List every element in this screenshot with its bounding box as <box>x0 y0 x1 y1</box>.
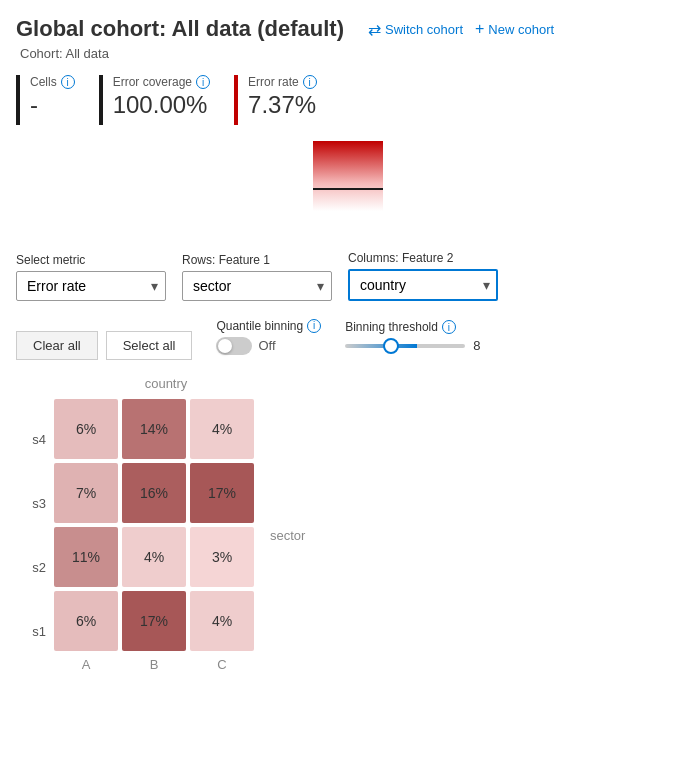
heatmap-row-header: sector <box>270 528 305 543</box>
row-feature-select-wrapper: sector <box>182 271 332 301</box>
row-feature-label: Rows: Feature 1 <box>182 253 332 267</box>
new-cohort-button[interactable]: + New cohort <box>475 20 554 38</box>
heatmap-col-label-bottom: C <box>190 657 254 672</box>
coverage-info-icon[interactable]: i <box>196 75 210 89</box>
binning-value: 8 <box>473 338 480 353</box>
quantile-toggle-row: Off <box>216 337 321 355</box>
heatmap-cell[interactable]: 17% <box>122 591 186 651</box>
switch-cohort-label: Switch cohort <box>385 22 463 37</box>
metric-control: Select metric Error rate <box>16 253 166 301</box>
heatmap-row-label: s3 <box>16 474 46 534</box>
metric-bar-cells <box>16 75 20 125</box>
heatmap-col-label-bottom: B <box>122 657 186 672</box>
metrics-row: Cells i - Error coverage i 100.00% Error… <box>16 75 680 125</box>
new-cohort-label: New cohort <box>488 22 554 37</box>
heatmap-grid-wrapper: s4s3s2s1 6%14%4%7%16%17%11%4%3%6%17%4% A… <box>16 399 254 672</box>
heatmap-cell[interactable]: 14% <box>122 399 186 459</box>
page-title: Global cohort: All data (default) <box>16 16 344 42</box>
heatmap-cell[interactable]: 3% <box>190 527 254 587</box>
heatmap-row-labels: s4s3s2s1 <box>16 410 46 662</box>
metric-bar-rate <box>234 75 238 125</box>
cells-info-icon[interactable]: i <box>61 75 75 89</box>
switch-icon: ⇄ <box>368 20 381 39</box>
quantile-label: Quantile binning i <box>216 319 321 333</box>
switch-cohort-button[interactable]: ⇄ Switch cohort <box>368 20 463 39</box>
binning-slider[interactable] <box>345 344 465 348</box>
plus-icon: + <box>475 20 484 38</box>
heatmap-row-label: s2 <box>16 538 46 598</box>
heatmap-row: 11%4%3% <box>54 527 254 587</box>
metric-error-coverage: Error coverage i 100.00% <box>99 75 234 125</box>
cohort-subtitle: Cohort: All data <box>20 46 680 61</box>
heatmap-preview <box>313 141 383 211</box>
metric-label-coverage: Error coverage i <box>113 75 210 89</box>
binning-threshold-control: Binning threshold i 8 <box>345 320 480 353</box>
heatmap-cell[interactable]: 11% <box>54 527 118 587</box>
metric-value-cells: - <box>30 91 75 119</box>
quantile-binning-control: Quantile binning i Off <box>216 319 321 355</box>
toggle-knob <box>218 339 232 353</box>
heatmap-cell[interactable]: 17% <box>190 463 254 523</box>
binning-label: Binning threshold i <box>345 320 480 334</box>
heatmap-col-label-bottom: A <box>54 657 118 672</box>
heatmap-cell[interactable]: 4% <box>190 399 254 459</box>
heatmap-row: 6%14%4% <box>54 399 254 459</box>
select-all-button[interactable]: Select all <box>106 331 193 360</box>
rate-info-icon[interactable]: i <box>303 75 317 89</box>
quantile-info-icon[interactable]: i <box>307 319 321 333</box>
clear-all-button[interactable]: Clear all <box>16 331 98 360</box>
metric-bar-coverage <box>99 75 103 125</box>
heatmap-cell[interactable]: 6% <box>54 399 118 459</box>
selection-buttons: Clear all Select all <box>16 331 192 360</box>
quantile-state-label: Off <box>258 338 275 353</box>
controls-row: Select metric Error rate Rows: Feature 1… <box>16 251 680 301</box>
row-feature-select[interactable]: sector <box>182 271 332 301</box>
heatmap-cell[interactable]: 4% <box>122 527 186 587</box>
metric-label-rate: Error rate i <box>248 75 317 89</box>
heatmap-cell[interactable]: 4% <box>190 591 254 651</box>
quantile-toggle[interactable] <box>216 337 252 355</box>
heatmap-row: 6%17%4% <box>54 591 254 651</box>
metric-select-label: Select metric <box>16 253 166 267</box>
slider-row: 8 <box>345 338 480 353</box>
col-feature-select-wrapper: country <box>348 269 498 301</box>
heatmap-row-label: s4 <box>16 410 46 470</box>
heatmap-grid: 6%14%4%7%16%17%11%4%3%6%17%4% <box>54 399 254 651</box>
heatmap-col-labels-bottom: ABC <box>54 657 254 672</box>
heatmap-cell[interactable]: 16% <box>122 463 186 523</box>
metric-value-rate: 7.37% <box>248 91 317 119</box>
metric-label-cells: Cells i <box>30 75 75 89</box>
heatmap-cell[interactable]: 7% <box>54 463 118 523</box>
col-feature-control: Columns: Feature 2 country <box>348 251 498 301</box>
heatmap-row: 7%16%17% <box>54 463 254 523</box>
metric-error-rate: Error rate i 7.37% <box>234 75 341 125</box>
heatmap-area: country s4s3s2s1 6%14%4%7%16%17%11%4%3%6… <box>16 376 680 672</box>
page-header: Global cohort: All data (default) ⇄ Swit… <box>16 16 680 61</box>
metric-select[interactable]: Error rate <box>16 271 166 301</box>
binning-info-icon[interactable]: i <box>442 320 456 334</box>
row-feature-control: Rows: Feature 1 sector <box>182 253 332 301</box>
metric-cells: Cells i - <box>16 75 99 125</box>
heatmap-cell[interactable]: 6% <box>54 591 118 651</box>
heatmap-row-label: s1 <box>16 602 46 662</box>
metric-value-coverage: 100.00% <box>113 91 210 119</box>
metric-select-wrapper: Error rate <box>16 271 166 301</box>
preview-line <box>313 188 383 190</box>
heatmap-col-header: country <box>16 376 266 391</box>
col-feature-select[interactable]: country <box>348 269 498 301</box>
col-feature-label: Columns: Feature 2 <box>348 251 498 265</box>
